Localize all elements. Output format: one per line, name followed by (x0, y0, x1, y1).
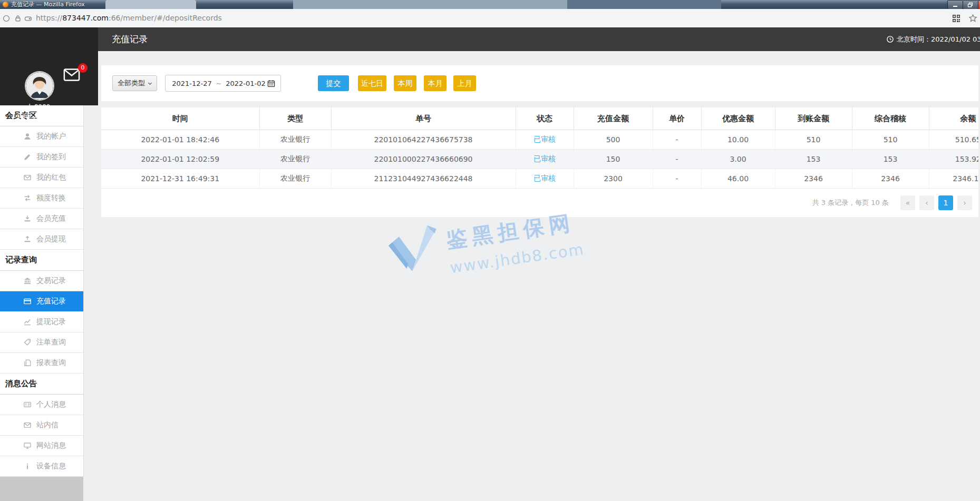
date-from[interactable]: 2021-12-27 (170, 80, 214, 87)
firefox-icon (3, 2, 8, 7)
bank-icon (23, 277, 32, 285)
sidebar-item-label: 注单查询 (36, 338, 66, 347)
chevron-down-icon (147, 81, 153, 86)
sidebar-item-label: 网站消息 (36, 441, 66, 450)
quick-button-2[interactable]: 本月 (424, 75, 447, 91)
table-cell: 150 (574, 150, 653, 169)
window-title: 充值记录 — Mozilla Firefox (11, 0, 85, 9)
sidebar-item-envelope[interactable]: 我的红包 (0, 168, 83, 188)
background-window-tab (105, 0, 196, 9)
lock-icon[interactable] (14, 15, 22, 22)
sidebar-item-user[interactable]: 我的帐户 (0, 126, 83, 147)
beijing-time-text: 北京时间：2022/01/02 03: (897, 35, 980, 44)
url-path: :66/member/#/depositRecords (109, 14, 222, 22)
table-card: 时间类型单号状态充值金额单价优惠金额到账金额综合稽核余额 2022-01-01 … (101, 107, 978, 217)
page-title: 充值记录 (112, 27, 148, 51)
status-link[interactable]: 已审核 (533, 174, 556, 182)
type-select[interactable]: 全部类型 (112, 75, 157, 91)
sidebar-item-report[interactable]: 报表查询 (0, 353, 83, 374)
sidebar-item-label: 我的签到 (36, 152, 66, 162)
table-cell: - (653, 130, 701, 150)
sidebar: 会员专区我的帐户我的签到我的红包额度转换会员充值会员提现记录查询交易记录充值记录… (0, 105, 84, 477)
column-header: 优惠金额 (701, 107, 775, 130)
table-cell: 2346 (775, 169, 852, 189)
sidebar-item-mail[interactable]: 站内信 (0, 415, 83, 436)
chart-icon (23, 318, 32, 326)
sidebar-item-label: 额度转换 (36, 193, 66, 203)
avatar[interactable] (26, 72, 53, 100)
table-cell: 农业银行 (259, 169, 331, 189)
refresh-icon[interactable] (55, 113, 62, 120)
sidebar-footer (0, 477, 83, 501)
records-table: 时间类型单号状态充值金额单价优惠金额到账金额综合稽核余额 2022-01-01 … (101, 107, 978, 189)
column-header: 充值金额 (574, 107, 653, 130)
table-cell: 2021-12-31 16:49:31 (101, 169, 259, 189)
url-domain: 873447.com (62, 14, 109, 22)
table-cell: 农业银行 (259, 130, 331, 150)
pencil-icon (23, 153, 32, 161)
sidebar-item-tags[interactable]: 注单查询 (0, 332, 83, 353)
user-panel: 0 ly8989 0.65 人民币 (0, 27, 98, 105)
envelope-icon (23, 173, 32, 182)
idcard-icon (23, 400, 32, 409)
table-row: 2021-12-31 16:49:31农业银行21123104492743662… (101, 169, 978, 189)
sidebar-item-idcard[interactable]: 个人消息 (0, 395, 83, 415)
calendar-icon[interactable] (267, 80, 275, 87)
table-cell: 153.92 (929, 150, 978, 169)
sidebar-item-withdraw[interactable]: 会员提现 (0, 229, 83, 250)
table-cell: 已审核 (516, 169, 574, 189)
table-cell: 2346.14 (929, 169, 978, 189)
table-cell: 510 (775, 130, 852, 150)
username: ly8989 (0, 103, 79, 111)
sidebar-item-pencil[interactable]: 我的签到 (0, 147, 83, 168)
table-cell: 2022-01-01 18:42:46 (101, 130, 259, 150)
table-cell: 3.00 (701, 150, 775, 169)
sidebar-item-label: 我的红包 (36, 173, 66, 182)
sidebar-item-label: 交易记录 (36, 276, 66, 286)
submit-button[interactable]: 提交 (318, 75, 349, 91)
close-button[interactable] (978, 1, 980, 9)
balance-value: 0.65 人民币 (17, 112, 52, 121)
table-cell: 510.65 (929, 130, 978, 150)
minimize-button[interactable] (947, 1, 963, 9)
date-to[interactable]: 2022-01-02 (224, 80, 267, 87)
site-identity-icon[interactable] (3, 15, 10, 22)
sidebar-item-label: 设备信息 (36, 461, 66, 471)
page-button-next[interactable]: › (957, 195, 972, 210)
page-button-1[interactable]: 1 (938, 195, 953, 210)
column-header: 状态 (516, 107, 574, 130)
tags-icon (23, 338, 32, 347)
sidebar-item-info[interactable]: 设备信息 (0, 456, 83, 477)
quick-button-3[interactable]: 上月 (453, 75, 476, 91)
address-bar[interactable]: https://873447.com:66/member/#/depositRe… (0, 9, 980, 28)
date-separator: ~ (214, 80, 224, 87)
sidebar-item-deposit[interactable]: 会员充值 (0, 209, 83, 229)
quick-button-1[interactable]: 本周 (394, 75, 416, 91)
page-button-first[interactable]: « (900, 195, 915, 210)
sidebar-item-card[interactable]: 充值记录 (0, 291, 83, 312)
bookmark-star-icon[interactable] (968, 14, 977, 23)
sidebar-section-title: 记录查询 (0, 250, 83, 271)
sidebar-item-bank[interactable]: 交易记录 (0, 271, 83, 291)
permissions-icon[interactable] (24, 15, 32, 22)
date-range-input[interactable]: 2021-12-27 ~ 2022-01-02 (165, 75, 281, 92)
sidebar-item-monitor[interactable]: 网站消息 (0, 436, 83, 456)
page-button-prev[interactable]: ‹ (919, 195, 934, 210)
messages-envelope-icon[interactable] (63, 68, 80, 81)
quick-button-0[interactable]: 近七日 (358, 75, 386, 91)
status-link[interactable]: 已审核 (533, 135, 556, 143)
sidebar-item-label: 个人消息 (36, 400, 66, 409)
sidebar-item-chart[interactable]: 提现记录 (0, 312, 83, 332)
table-header-row: 时间类型单号状态充值金额单价优惠金额到账金额综合稽核余额 (101, 107, 978, 130)
info-icon (23, 462, 32, 470)
qr-code-icon[interactable] (952, 14, 960, 23)
status-link[interactable]: 已审核 (533, 154, 556, 163)
url-scheme: https:// (36, 14, 62, 22)
sidebar-item-label: 我的帐户 (36, 132, 66, 141)
app-header: 充值记录 北京时间：2022/01/02 03: (98, 27, 980, 51)
sidebar-item-exchange[interactable]: 额度转换 (0, 188, 83, 209)
monitor-icon (23, 441, 32, 450)
address-url[interactable]: https://873447.com:66/member/#/depositRe… (36, 9, 222, 27)
column-header: 单价 (653, 107, 701, 130)
restore-button[interactable] (963, 1, 978, 9)
